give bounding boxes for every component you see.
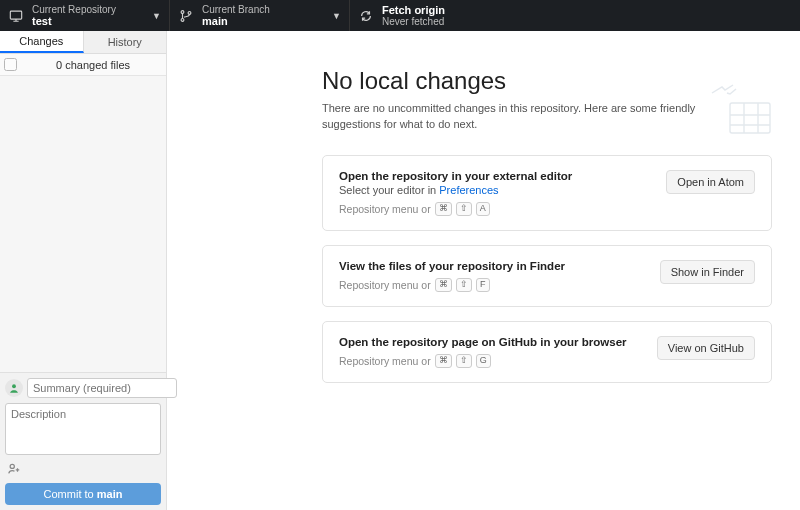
add-coauthor-icon[interactable] — [5, 462, 23, 476]
desktop-icon — [8, 9, 24, 23]
repo-label: Current Repository — [32, 4, 144, 15]
svg-point-6 — [10, 464, 14, 468]
svg-point-1 — [181, 10, 184, 13]
top-toolbar: Current Repository test ▼ Current Branch… — [0, 0, 800, 31]
avatar — [5, 379, 23, 397]
kbd-icon: F — [476, 278, 490, 292]
view-on-github-button[interactable]: View on GitHub — [657, 336, 755, 360]
file-list-empty — [0, 76, 166, 372]
sync-icon — [358, 9, 374, 23]
kbd-icon: ⇧ — [456, 202, 472, 216]
chevron-down-icon: ▼ — [332, 11, 341, 21]
repo-value: test — [32, 15, 144, 27]
kbd-icon: ⌘ — [435, 202, 452, 216]
preferences-link[interactable]: Preferences — [439, 184, 498, 196]
summary-input[interactable] — [27, 378, 177, 398]
sidebar: Changes History 0 changed files Commit t… — [0, 31, 167, 510]
suggestion-view-github: Open the repository page on GitHub in yo… — [322, 321, 772, 383]
fetch-value: Never fetched — [382, 16, 522, 27]
card-hint: Repository menu or ⌘ ⇧ G — [339, 354, 647, 368]
card-subtitle: Select your editor in Preferences — [339, 184, 656, 196]
description-input[interactable] — [5, 403, 161, 455]
card-hint: Repository menu or ⌘ ⇧ F — [339, 278, 650, 292]
chevron-down-icon: ▼ — [152, 11, 161, 21]
branch-value: main — [202, 15, 324, 27]
kbd-icon: G — [476, 354, 491, 368]
svg-point-2 — [181, 18, 184, 21]
card-title: Open the repository page on GitHub in yo… — [339, 336, 647, 348]
kbd-icon: ⇧ — [456, 354, 472, 368]
kbd-icon: A — [476, 202, 490, 216]
select-all-checkbox[interactable] — [0, 58, 20, 71]
card-title: Open the repository in your external edi… — [339, 170, 656, 182]
suggestion-open-editor: Open the repository in your external edi… — [322, 155, 772, 231]
tab-history[interactable]: History — [84, 31, 167, 53]
kbd-icon: ⇧ — [456, 278, 472, 292]
fetch-label: Fetch origin — [382, 4, 522, 16]
commit-button[interactable]: Commit to main — [5, 483, 161, 505]
kbd-icon: ⌘ — [435, 278, 452, 292]
svg-rect-7 — [730, 103, 770, 133]
suggestion-show-finder: View the files of your repository in Fin… — [322, 245, 772, 307]
empty-state-illustration — [700, 81, 780, 141]
page-subtitle: There are no uncommitted changes in this… — [322, 101, 722, 133]
changes-header: 0 changed files — [0, 54, 166, 76]
svg-rect-0 — [10, 11, 21, 19]
card-hint: Repository menu or ⌘ ⇧ A — [339, 202, 656, 216]
branch-selector[interactable]: Current Branch main ▼ — [170, 0, 350, 31]
open-in-atom-button[interactable]: Open in Atom — [666, 170, 755, 194]
card-title: View the files of your repository in Fin… — [339, 260, 650, 272]
changed-files-count: 0 changed files — [20, 59, 166, 71]
sidebar-tabs: Changes History — [0, 31, 166, 54]
main-panel: No local changes There are no uncommitte… — [167, 31, 800, 510]
checkbox-icon[interactable] — [4, 58, 17, 71]
svg-point-5 — [12, 384, 16, 388]
kbd-icon: ⌘ — [435, 354, 452, 368]
repo-selector[interactable]: Current Repository test ▼ — [0, 0, 170, 31]
fetch-button[interactable]: Fetch origin Never fetched — [350, 0, 530, 31]
commit-form: Commit to main — [0, 372, 166, 510]
tab-changes[interactable]: Changes — [0, 31, 84, 53]
git-branch-icon — [178, 9, 194, 23]
branch-label: Current Branch — [202, 4, 324, 15]
svg-point-3 — [188, 11, 191, 14]
show-in-finder-button[interactable]: Show in Finder — [660, 260, 755, 284]
